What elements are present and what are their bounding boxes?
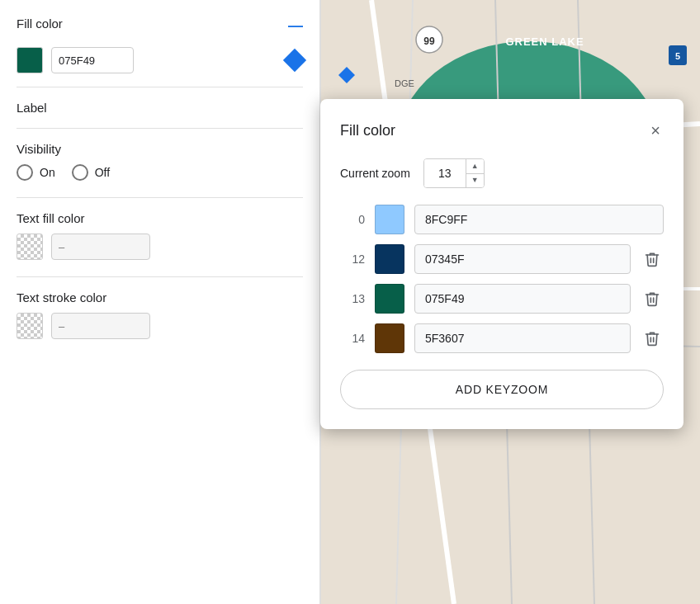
radio-on[interactable]: On xyxy=(17,164,55,181)
fill-color-swatch[interactable] xyxy=(17,47,43,73)
text-fill-color-input[interactable]: – xyxy=(51,234,150,260)
text-fill-color-row: – xyxy=(17,234,303,260)
text-fill-color-title: Text fill color xyxy=(17,211,303,225)
fill-color-title: Fill color xyxy=(17,17,63,31)
popup-title: Fill color xyxy=(340,122,395,139)
color-row-0: 0 xyxy=(340,205,664,234)
fill-color-input[interactable] xyxy=(51,47,134,73)
zoom-down-arrow[interactable]: ▼ xyxy=(466,174,484,188)
radio-off[interactable]: Off xyxy=(72,164,110,181)
radio-off-circle[interactable] xyxy=(72,164,88,181)
color-zoom-0: 0 xyxy=(340,213,365,226)
text-stroke-color-title: Text stroke color xyxy=(17,290,303,304)
text-fill-color-swatch[interactable] xyxy=(17,234,43,260)
text-stroke-color-input[interactable]: – xyxy=(51,313,150,339)
svg-text:99: 99 xyxy=(423,35,435,47)
label-section: Label xyxy=(17,101,303,115)
zoom-up-arrow[interactable]: ▲ xyxy=(466,159,484,174)
divider-3 xyxy=(17,197,303,198)
text-stroke-color-row: – xyxy=(17,313,303,339)
delete-button-14[interactable] xyxy=(641,327,664,350)
diamond-icon[interactable] xyxy=(283,49,306,72)
popup-swatch-12[interactable] xyxy=(375,244,404,274)
popup-color-input-12[interactable] xyxy=(414,244,631,274)
label-title: Label xyxy=(17,101,303,115)
zoom-label: Current zoom xyxy=(340,167,410,180)
popup-color-input-13[interactable] xyxy=(414,284,631,314)
divider-1 xyxy=(17,87,303,87)
color-row-13: 13 xyxy=(340,284,664,314)
color-row-12: 12 xyxy=(340,244,664,274)
zoom-row: Current zoom ▲ ▼ xyxy=(340,158,664,188)
text-fill-color-section: Text fill color – xyxy=(17,211,303,260)
zoom-arrows: ▲ ▼ xyxy=(466,159,484,187)
color-row-14: 14 xyxy=(340,323,664,353)
delete-button-13[interactable] xyxy=(641,287,664,310)
collapse-icon[interactable]: — xyxy=(288,18,303,33)
left-panel: Fill color — Label Visibility On Off xyxy=(0,0,320,604)
svg-text:5: 5 xyxy=(675,51,680,61)
delete-button-12[interactable] xyxy=(641,248,664,271)
zoom-input[interactable]: ▲ ▼ xyxy=(423,158,485,188)
color-zoom-12: 12 xyxy=(340,252,365,266)
color-zoom-14: 14 xyxy=(340,332,365,345)
popup-color-input-0[interactable] xyxy=(414,205,664,234)
svg-text:GREEN LAKE: GREEN LAKE xyxy=(505,35,584,48)
radio-on-circle[interactable] xyxy=(17,164,33,181)
popup-swatch-14[interactable] xyxy=(375,323,404,353)
text-stroke-color-section: Text stroke color – xyxy=(17,290,303,339)
svg-text:DGE: DGE xyxy=(395,78,414,88)
radio-off-label: Off xyxy=(95,166,110,179)
visibility-title: Visibility xyxy=(17,142,303,156)
fill-color-section: Fill color — xyxy=(17,17,303,34)
radio-on-label: On xyxy=(40,166,55,179)
color-zoom-13: 13 xyxy=(340,292,365,305)
close-button[interactable]: × xyxy=(647,119,664,142)
popup-swatch-13[interactable] xyxy=(375,284,404,314)
fill-color-input-row xyxy=(17,47,303,73)
visibility-section: Visibility On Off xyxy=(17,142,303,181)
popup-color-input-14[interactable] xyxy=(414,323,631,353)
divider-4 xyxy=(17,276,303,277)
zoom-value-input[interactable] xyxy=(424,159,466,187)
fill-color-left: Fill color xyxy=(17,17,63,34)
fill-color-controls xyxy=(17,47,134,73)
popup-header: Fill color × xyxy=(340,119,664,142)
fill-color-popup: Fill color × Current zoom ▲ ▼ 0 12 xyxy=(320,99,683,429)
trash-icon-12 xyxy=(644,251,660,267)
trash-icon-13 xyxy=(644,290,660,307)
popup-swatch-0[interactable] xyxy=(375,205,404,234)
text-stroke-color-swatch[interactable] xyxy=(17,313,43,339)
trash-icon-14 xyxy=(644,330,660,347)
radio-group: On Off xyxy=(17,164,303,181)
divider-2 xyxy=(17,128,303,129)
add-keyzoom-button[interactable]: ADD KEYZOOM xyxy=(340,370,664,409)
